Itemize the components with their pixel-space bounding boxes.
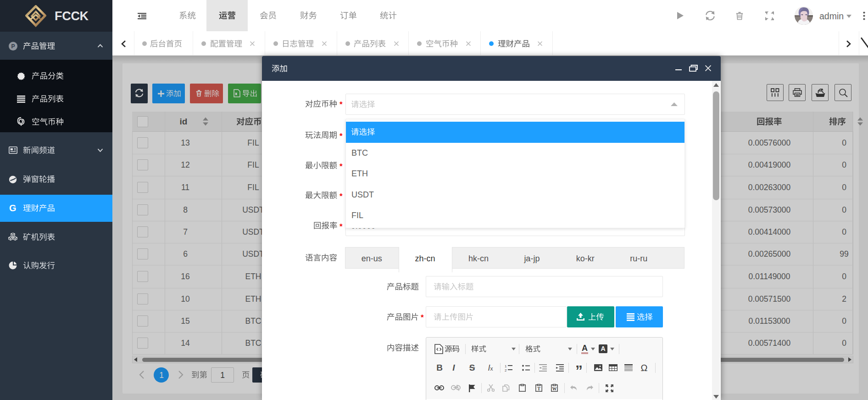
svg-text:P: P — [11, 43, 15, 50]
svg-text:W: W — [552, 386, 557, 391]
svg-text:T: T — [537, 386, 540, 391]
svg-text:1: 1 — [505, 364, 507, 368]
svg-text:2: 2 — [505, 368, 507, 372]
